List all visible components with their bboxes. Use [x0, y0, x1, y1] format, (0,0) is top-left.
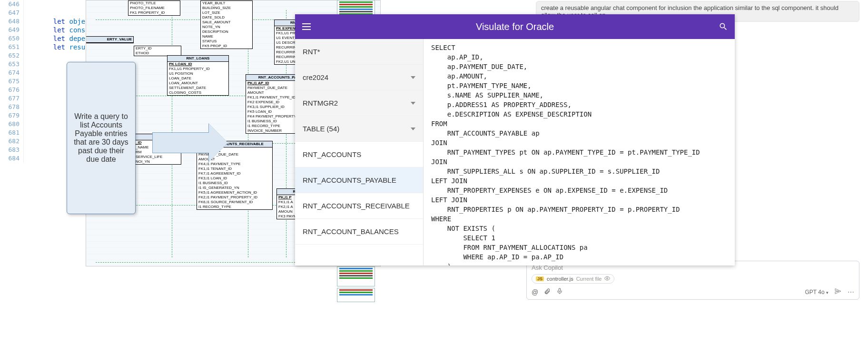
- db-select[interactable]: cre2024: [295, 65, 423, 90]
- minimap-thumb[interactable]: [337, 266, 375, 286]
- chevron-down-icon: [411, 76, 415, 79]
- sql-output[interactable]: SELECT ap.AP_ID, ap.PAYMENT_DUE_DATE, ap…: [424, 39, 735, 266]
- more-icon[interactable]: ⋯: [848, 288, 854, 296]
- model-select[interactable]: GPT 4o ▾: [805, 289, 829, 295]
- eye-icon: [604, 275, 610, 282]
- context-chip[interactable]: JS controller.js Current file: [532, 274, 614, 284]
- erd-table-rnt-loans: RNT_LOANS PK LOAN_IDFK1,U1 PROPERTY_IDU1…: [167, 55, 229, 96]
- mic-icon[interactable]: [556, 288, 563, 296]
- erd-table-erty-rows: ERTY_IDETHOD: [134, 46, 181, 56]
- filter-input[interactable]: RNT*: [295, 39, 423, 65]
- search-icon[interactable]: [718, 21, 729, 32]
- object-list-item[interactable]: RNT_ACCOUNTS_PAYABLE: [295, 167, 423, 193]
- objtype-select[interactable]: TABLE (54): [295, 116, 423, 142]
- menu-icon[interactable]: [301, 21, 312, 32]
- minimap-thumb[interactable]: [337, 288, 375, 302]
- js-badge: JS: [536, 276, 544, 281]
- svg-point-0: [607, 278, 608, 279]
- mention-icon[interactable]: @: [532, 288, 538, 296]
- callout-note: Write a query to list Accounts Payable e…: [67, 62, 136, 214]
- send-icon[interactable]: [834, 287, 842, 296]
- schema-select[interactable]: RNTMGR2: [295, 90, 423, 116]
- visulate-header: Visulate for Oracle: [295, 14, 735, 39]
- chevron-down-icon: [411, 128, 415, 130]
- visulate-sidebar: RNT* cre2024 RNTMGR2 TABLE (54) RNT_ACCO…: [295, 39, 424, 266]
- object-list-item[interactable]: RNT_ACCOUNTS_RECEIVABLE: [295, 193, 423, 219]
- callout-text: Write a query to list Accounts Payable e…: [73, 112, 129, 164]
- attach-icon[interactable]: [544, 288, 551, 296]
- copilot-input[interactable]: Ask Copilot JS controller.js Current fil…: [526, 261, 859, 300]
- erd-table-photo: PHOTO_TITLEPHOTO_FILENAMEFK1 PROPERTY_ID: [128, 0, 180, 16]
- chevron-down-icon: [411, 102, 415, 105]
- visulate-title: Visulate for Oracle: [312, 21, 718, 32]
- arrow-shape: [152, 124, 238, 162]
- object-list-item[interactable]: RNT_ACCOUNTS: [295, 142, 423, 167]
- visulate-panel: Visulate for Oracle RNT* cre2024 RNTMGR2…: [295, 14, 735, 266]
- object-list-item[interactable]: RNT_ACCOUNT_BALANCES: [295, 219, 423, 245]
- erd-table-property-detail: YEAR_BUILTBUILDING_SIZELOT_SIZEDATE_SOLD…: [200, 0, 253, 49]
- svg-rect-1: [559, 288, 561, 292]
- erd-table-erty-value: ERTY_VALUE: [86, 36, 134, 43]
